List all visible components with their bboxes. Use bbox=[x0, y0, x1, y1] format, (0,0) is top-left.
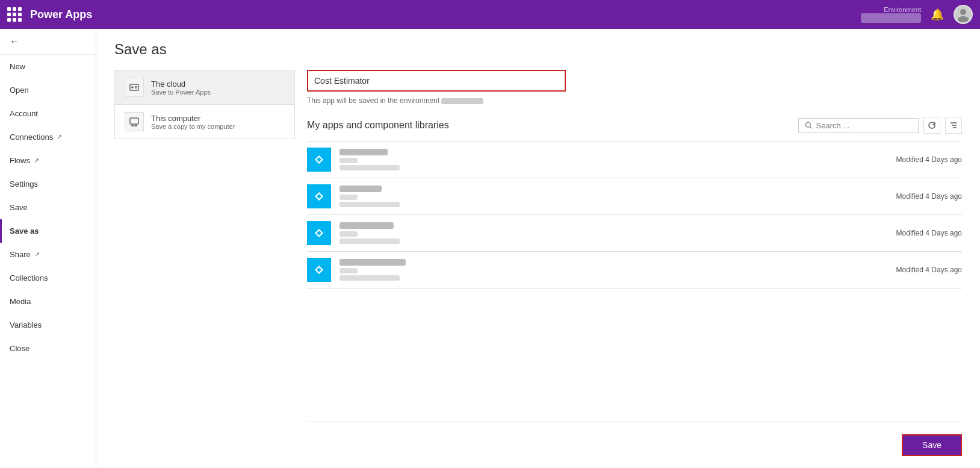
sidebar-label-variables: Variables bbox=[10, 320, 42, 329]
cloud-save-icon bbox=[125, 78, 144, 97]
env-note: This app will be saved in the environmen… bbox=[307, 96, 962, 105]
external-link-icon: ↗ bbox=[34, 251, 40, 258]
page-title: Save as bbox=[114, 41, 962, 58]
apps-search-area bbox=[798, 117, 962, 134]
sidebar-item-connections[interactable]: Connections ↗ bbox=[0, 125, 96, 149]
app-modified-4: Modified 4 Days ago bbox=[896, 266, 962, 274]
save-options-panel: The cloud Save to Power Apps bbox=[114, 70, 295, 139]
refresh-button[interactable] bbox=[923, 117, 940, 134]
apps-section-title: My apps and component libraries bbox=[307, 120, 449, 131]
sidebar-item-save-as[interactable]: Save as bbox=[0, 219, 96, 243]
grid-icon[interactable] bbox=[7, 7, 22, 22]
sidebar-item-settings[interactable]: Settings bbox=[0, 172, 96, 196]
app-name-blurred-4 bbox=[340, 259, 406, 266]
environment-label: Environment bbox=[861, 6, 921, 13]
sidebar-label-collections: Collections bbox=[10, 273, 48, 282]
right-panel: This app will be saved in the environmen… bbox=[307, 70, 962, 456]
app-info-4 bbox=[340, 259, 888, 281]
svg-point-11 bbox=[805, 122, 810, 127]
sidebar-label-media: Media bbox=[10, 297, 31, 306]
back-button[interactable]: ← bbox=[0, 29, 96, 55]
notification-bell-icon[interactable]: 🔔 bbox=[931, 8, 944, 21]
app-row[interactable]: Modified 4 Days ago bbox=[307, 178, 962, 215]
save-option-cloud[interactable]: The cloud Save to Power Apps bbox=[115, 70, 294, 105]
cloud-option-title: The cloud bbox=[151, 80, 211, 89]
apps-section-header: My apps and component libraries bbox=[307, 117, 962, 134]
sidebar-item-new[interactable]: New bbox=[0, 55, 96, 78]
sidebar: ← New Open Account Connections ↗ Flows ↗… bbox=[0, 29, 96, 468]
save-option-computer[interactable]: This computer Save a copy to my computer bbox=[115, 105, 294, 139]
sidebar-item-open[interactable]: Open bbox=[0, 78, 96, 102]
sidebar-label-connections: Connections bbox=[10, 133, 53, 142]
sidebar-item-flows[interactable]: Flows ↗ bbox=[0, 149, 96, 172]
app-name-blurred-2 bbox=[340, 186, 382, 192]
sidebar-label-share: Share bbox=[10, 250, 31, 259]
sidebar-label-flows: Flows bbox=[10, 156, 30, 165]
app-icon-4 bbox=[307, 258, 331, 282]
sidebar-item-variables[interactable]: Variables bbox=[0, 313, 96, 337]
external-link-icon: ↗ bbox=[57, 133, 62, 141]
bottom-bar: Save bbox=[307, 422, 962, 456]
app-sub1-1 bbox=[340, 158, 358, 163]
app-row[interactable]: Modified 4 Days ago bbox=[307, 142, 962, 178]
app-name-blurred-3 bbox=[340, 222, 394, 229]
app-sub2-3 bbox=[340, 239, 400, 244]
topbar-right: Environment 🔔 bbox=[861, 5, 973, 24]
computer-option-title: This computer bbox=[151, 114, 235, 123]
sidebar-item-media[interactable]: Media bbox=[0, 290, 96, 313]
search-icon bbox=[805, 121, 813, 129]
sidebar-label-save: Save bbox=[10, 203, 28, 212]
computer-save-icon bbox=[125, 112, 144, 131]
sidebar-item-account[interactable]: Account bbox=[0, 102, 96, 125]
computer-option-text: This computer Save a copy to my computer bbox=[151, 114, 235, 130]
app-icon-3 bbox=[307, 221, 331, 245]
main-layout: ← New Open Account Connections ↗ Flows ↗… bbox=[0, 29, 980, 468]
env-note-text: This app will be saved in the environmen… bbox=[307, 96, 439, 105]
app-info-2 bbox=[340, 186, 888, 207]
app-modified-3: Modified 4 Days ago bbox=[896, 229, 962, 237]
app-sub1-2 bbox=[340, 195, 358, 200]
sidebar-label-save-as: Save as bbox=[10, 226, 39, 236]
sidebar-item-share[interactable]: Share ↗ bbox=[0, 243, 96, 266]
sort-button[interactable] bbox=[945, 117, 962, 134]
cloud-option-text: The cloud Save to Power Apps bbox=[151, 80, 211, 96]
search-input[interactable] bbox=[816, 121, 912, 130]
app-sub2-4 bbox=[340, 275, 400, 281]
environment-value[interactable] bbox=[861, 13, 921, 23]
app-sub1-3 bbox=[340, 231, 358, 237]
app-title: Power Apps bbox=[30, 8, 92, 21]
svg-point-0 bbox=[960, 9, 966, 15]
apps-list: Modified 4 Days ago bbox=[307, 141, 962, 289]
save-options-list: The cloud Save to Power Apps bbox=[114, 70, 295, 456]
sidebar-label-account: Account bbox=[10, 109, 38, 118]
sidebar-item-collections[interactable]: Collections bbox=[0, 266, 96, 290]
save-body: The cloud Save to Power Apps bbox=[114, 70, 962, 456]
app-sub2-2 bbox=[340, 202, 400, 207]
app-modified-1: Modified 4 Days ago bbox=[896, 155, 962, 164]
svg-line-12 bbox=[810, 126, 812, 128]
environment-section: Environment bbox=[861, 6, 921, 23]
computer-option-subtitle: Save a copy to my computer bbox=[151, 123, 235, 130]
app-name-input[interactable] bbox=[307, 70, 566, 92]
sidebar-label-open: Open bbox=[10, 86, 29, 95]
cloud-option-subtitle: Save to Power Apps bbox=[151, 89, 211, 96]
app-row[interactable]: Modified 4 Days ago bbox=[307, 252, 962, 289]
external-link-icon: ↗ bbox=[34, 157, 39, 164]
app-sub1-4 bbox=[340, 268, 358, 273]
app-row[interactable]: Modified 4 Days ago bbox=[307, 215, 962, 252]
app-name-blurred-1 bbox=[340, 149, 388, 155]
app-sub2-1 bbox=[340, 165, 400, 170]
sidebar-label-close: Close bbox=[10, 344, 29, 353]
app-icon-2 bbox=[307, 184, 331, 208]
sidebar-label-settings: Settings bbox=[10, 179, 38, 189]
sidebar-item-save[interactable]: Save bbox=[0, 196, 96, 219]
svg-rect-7 bbox=[130, 118, 138, 124]
env-name-blurred bbox=[441, 98, 483, 104]
sidebar-item-close[interactable]: Close bbox=[0, 337, 96, 360]
app-modified-2: Modified 4 Days ago bbox=[896, 192, 962, 201]
save-button[interactable]: Save bbox=[902, 434, 962, 456]
search-box[interactable] bbox=[798, 118, 919, 133]
app-info-3 bbox=[340, 222, 888, 244]
sidebar-label-new: New bbox=[10, 62, 25, 71]
avatar[interactable] bbox=[954, 5, 973, 24]
